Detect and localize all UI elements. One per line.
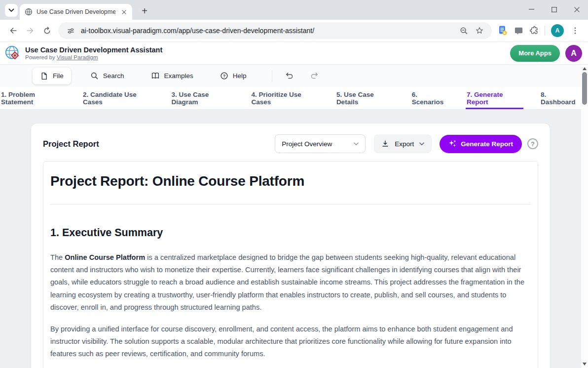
app-page: File Search Examples ? Help <box>0 65 581 368</box>
app-title: Use Case Driven Development Assistant <box>25 46 162 54</box>
menu-file-label: File <box>53 72 64 80</box>
panel-help-icon[interactable]: ? <box>527 138 538 149</box>
scrollbar-up-arrow[interactable] <box>583 67 587 70</box>
step-use-case-details[interactable]: 5. Use Case Details <box>335 87 395 109</box>
report-divider <box>50 204 531 204</box>
back-button[interactable] <box>5 22 22 39</box>
undo-icon <box>285 72 294 81</box>
report-panel-header: Project Report Project Overview Export G… <box>43 134 538 153</box>
chevron-down-icon <box>354 142 359 146</box>
tab-search-button[interactable] <box>5 4 18 17</box>
section-heading-executive-summary: 1. Executive Summary <box>50 227 531 239</box>
menu-search-label: Search <box>103 72 124 80</box>
window-controls <box>520 0 588 19</box>
download-icon <box>381 140 389 148</box>
forward-button[interactable] <box>22 22 38 39</box>
toolbar-divider <box>545 26 545 36</box>
generate-report-button[interactable]: Generate Report <box>440 135 522 153</box>
generate-report-label: Generate Report <box>461 140 513 148</box>
app-menubar: File Search Examples ? Help <box>0 65 581 87</box>
minimize-button[interactable] <box>520 0 543 19</box>
powered-by: Powered by Visual Paradigm <box>25 54 162 60</box>
tab-title: Use Case Driven Development A <box>37 8 115 15</box>
browser-toolbar: ai-toolbox.visual-paradigm.com/app/use-c… <box>0 20 588 42</box>
step-problem-statement[interactable]: 1. Problem Statement <box>0 87 66 109</box>
zoom-icon[interactable] <box>458 25 469 36</box>
user-avatar[interactable]: A <box>565 45 582 62</box>
menubar-divider <box>272 71 272 82</box>
menu-search[interactable]: Search <box>83 68 132 84</box>
extensions-puzzle-icon[interactable] <box>526 23 542 39</box>
url-bar[interactable]: ai-toolbox.visual-paradigm.com/app/use-c… <box>58 22 492 39</box>
report-scope-select[interactable]: Project Overview <box>275 134 366 153</box>
app-titles: Use Case Driven Development Assistant Po… <box>25 46 162 60</box>
workflow-steps: 1. Problem Statement 2. Candidate Use Ca… <box>0 87 581 110</box>
bookmark-star-icon[interactable] <box>474 25 485 36</box>
step-prioritize-use-cases[interactable]: 4. Prioritize Use Cases <box>250 87 319 109</box>
menu-help[interactable]: ? Help <box>213 68 254 84</box>
report-title: Project Report: Online Course Platform <box>50 173 531 189</box>
visual-paradigm-link[interactable]: Visual Paradigm <box>57 54 98 60</box>
menu-examples[interactable]: Examples <box>144 68 201 84</box>
app-header: Use Case Driven Development Assistant Po… <box>0 42 588 65</box>
docs-extension-icon[interactable] <box>495 23 511 39</box>
menu-help-label: Help <box>233 72 247 80</box>
app-logo <box>4 45 21 62</box>
search-icon <box>90 72 99 80</box>
paragraph-bold-text: Online Course Platform <box>65 253 145 261</box>
url-text[interactable]: ai-toolbox.visual-paradigm.com/app/use-c… <box>81 27 453 35</box>
site-settings-icon[interactable] <box>65 25 76 36</box>
panel-title: Project Report <box>43 139 275 149</box>
step-use-case-diagram[interactable]: 3. Use Case Diagram <box>171 87 234 109</box>
export-label: Export <box>395 140 414 148</box>
help-icon: ? <box>220 72 228 80</box>
scrollbar-thumb[interactable] <box>582 72 587 105</box>
paragraph-text: is a centralized marketplace designed to… <box>50 253 524 311</box>
more-apps-button[interactable]: More Apps <box>510 45 560 62</box>
undo-button[interactable] <box>281 68 298 84</box>
browser-window: Use Case Driven Development A + ai-toolb… <box>0 0 588 368</box>
powered-by-prefix: Powered by <box>25 54 57 60</box>
chevron-down-icon <box>8 8 14 12</box>
paragraph-text: The <box>50 253 65 261</box>
browser-titlebar: Use Case Driven Development A + <box>0 0 588 20</box>
globe-favicon-icon <box>25 8 33 16</box>
menu-file[interactable]: File <box>33 68 71 84</box>
tab-close-icon[interactable] <box>119 7 128 16</box>
reload-button[interactable] <box>38 22 55 39</box>
step-candidate-use-cases[interactable]: 2. Candidate Use Cases <box>82 87 154 109</box>
file-icon <box>40 72 48 81</box>
step-dashboard[interactable]: 8. Dashboard <box>540 87 581 109</box>
menu-examples-label: Examples <box>164 72 193 80</box>
scrollbar-down-arrow[interactable] <box>583 363 587 366</box>
redo-button[interactable] <box>306 68 323 84</box>
report-panel: Project Report Project Overview Export G… <box>31 123 550 368</box>
page-scrollbar[interactable] <box>581 65 588 368</box>
svg-text:?: ? <box>223 74 225 79</box>
sparkles-icon <box>448 140 456 148</box>
content-area: Project Report Project Overview Export G… <box>0 110 581 368</box>
chevron-down-icon <box>419 142 424 146</box>
report-scope-value: Project Overview <box>282 140 354 148</box>
new-tab-button[interactable]: + <box>138 4 151 17</box>
browser-menu-icon[interactable] <box>567 23 583 39</box>
executive-summary-paragraph-1: The Online Course Platform is a centrali… <box>50 251 531 314</box>
report-document: Project Report: Online Course Platform 1… <box>43 161 538 368</box>
redo-icon <box>309 72 319 81</box>
chat-extension-icon[interactable] <box>511 23 526 39</box>
step-generate-report[interactable]: 7. Generate Report <box>466 87 523 109</box>
book-icon <box>151 72 160 80</box>
close-window-button[interactable] <box>565 0 588 19</box>
export-button[interactable]: Export <box>374 134 432 153</box>
browser-profile-avatar[interactable]: A <box>551 24 564 37</box>
step-scenarios[interactable]: 6. Scenarios <box>411 87 449 109</box>
executive-summary-paragraph-2: By providing a unified interface for cou… <box>50 323 531 361</box>
maximize-button[interactable] <box>543 0 565 19</box>
browser-tab[interactable]: Use Case Driven Development A <box>20 4 132 20</box>
